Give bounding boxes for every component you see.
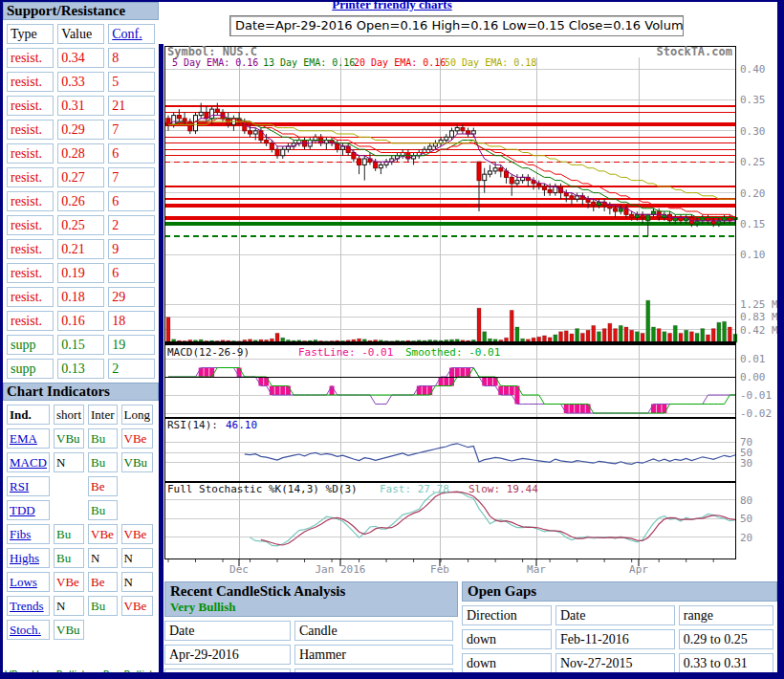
svg-text:46.10: 46.10 xyxy=(226,419,257,431)
sr-conf: 6 xyxy=(108,143,155,164)
frame-bottom xyxy=(0,672,784,679)
sr-value: 0.28 xyxy=(57,143,104,164)
frame-left xyxy=(0,0,3,679)
sr-conf: 21 xyxy=(108,96,155,116)
indicator-inter-value: Be xyxy=(88,572,118,592)
indicator-name: Lows xyxy=(7,572,50,592)
sr-value: 0.21 xyxy=(57,239,104,259)
svg-text:Feb: Feb xyxy=(430,563,449,576)
indicator-short-value: N xyxy=(54,452,84,472)
stock-chart-svg: DecJan 2016FebMarAprSymbol: NUS.CStockTA… xyxy=(164,46,784,578)
indicator-name: EMA xyxy=(7,428,50,449)
sr-conf: 5 xyxy=(108,72,155,92)
svg-text:-0.02: -0.02 xyxy=(740,407,772,420)
chart-indicators-title: Chart Indicators xyxy=(3,383,159,401)
svg-text:Slow: 19.44: Slow: 19.44 xyxy=(468,483,538,495)
sr-col-value: Value xyxy=(57,24,104,44)
open-gaps-table: DirectionDaterangedownFeb-11-20160.29 to… xyxy=(458,602,777,677)
sr-type: resist. xyxy=(7,48,54,68)
svg-text:Full Stochastic %K(14,3) %D(3): Full Stochastic %K(14,3) %D(3) xyxy=(167,483,358,495)
stockta-page: Support/Resistance TypeValueConf.resist.… xyxy=(0,0,784,679)
svg-text:0.01: 0.01 xyxy=(740,353,766,365)
indicator-inter-value: Bu xyxy=(88,500,118,520)
indicator-inter-value: N xyxy=(88,548,118,568)
indicator-name: Stoch. xyxy=(7,620,50,640)
sr-conf: 2 xyxy=(108,215,155,235)
gaps-table-cell: 0.29 to 0.25 xyxy=(679,629,773,649)
svg-text:0.25: 0.25 xyxy=(740,156,766,168)
sr-conf: 18 xyxy=(108,311,155,331)
sr-value: 0.31 xyxy=(57,96,104,116)
indicator-short-value xyxy=(54,476,84,496)
svg-text:5 Day EMA: 0.16: 5 Day EMA: 0.16 xyxy=(172,57,258,68)
indicator-row: EMAVBuBuVBe xyxy=(7,428,153,449)
frame-right xyxy=(777,0,784,679)
indicator-long-value: VBe xyxy=(121,524,153,544)
indicator-link-macd[interactable]: MACD xyxy=(10,455,47,470)
sr-conf: 2 xyxy=(108,359,155,379)
indicator-row: TrendsNBuVBe xyxy=(7,596,153,616)
ind-col-long: Long xyxy=(121,405,153,425)
indicator-long-value xyxy=(121,620,153,640)
sr-type: resist. xyxy=(7,191,54,211)
cs-table-cell: Hammer xyxy=(294,645,453,665)
svg-text:1.25 M: 1.25 M xyxy=(740,298,778,311)
open-gaps-header: Open Gaps xyxy=(462,581,777,602)
indicator-inter-value: Bu xyxy=(88,452,118,472)
indicator-name: Fibs xyxy=(7,524,50,544)
sr-row: resist.0.252 xyxy=(7,215,155,235)
indicator-inter-value: Bu xyxy=(88,596,118,616)
sr-conf: 6 xyxy=(108,263,155,283)
sr-conf: 6 xyxy=(108,191,155,211)
sr-row: supp0.132 xyxy=(7,359,155,379)
indicator-long-value: VBe xyxy=(121,428,153,449)
sr-conf: 7 xyxy=(108,167,155,187)
svg-text:-0.01: -0.01 xyxy=(740,389,772,402)
sr-conf: 7 xyxy=(108,120,155,140)
conf-link[interactable]: Conf. xyxy=(112,27,142,41)
indicator-link-ema[interactable]: EMA xyxy=(10,431,37,446)
sr-row: resist.0.266 xyxy=(7,191,155,211)
sr-col-type: Type xyxy=(7,24,54,44)
svg-text:0.20: 0.20 xyxy=(740,187,766,200)
indicator-name: RSI xyxy=(7,476,50,496)
indicator-short-value: VBu xyxy=(54,620,84,640)
gaps-table-col: Direction xyxy=(462,605,552,625)
sr-value: 0.26 xyxy=(57,191,104,211)
sr-type: resist. xyxy=(7,239,54,259)
svg-text:Mar: Mar xyxy=(527,563,546,576)
indicator-link-lows[interactable]: Lows xyxy=(10,575,37,589)
indicator-row: FibsBuVBeVBe xyxy=(7,524,153,544)
gaps-table-col: Date xyxy=(555,605,675,625)
svg-text:0.35: 0.35 xyxy=(740,94,766,106)
svg-text:50: 50 xyxy=(740,513,752,525)
indicator-link-stoch[interactable]: Stoch. xyxy=(10,623,41,637)
gaps-table-cell: down xyxy=(462,653,552,673)
svg-text:0.40: 0.40 xyxy=(740,63,766,76)
indicator-inter-value xyxy=(88,620,118,640)
indicator-name: Highs xyxy=(7,548,50,568)
indicator-row: HighsBuNN xyxy=(7,548,153,568)
candlestick-analysis-title: Recent CandleStick Analysis xyxy=(170,583,452,600)
indicator-name: TDD xyxy=(7,500,50,520)
ohlc-summary-input[interactable]: Date=Apr-29-2016 Open=0.16 High=0.16 Low… xyxy=(229,15,684,36)
indicator-link-highs[interactable]: Highs xyxy=(10,551,39,565)
table-row: downNov-27-20150.33 to 0.31 xyxy=(462,653,773,673)
svg-text:Dec: Dec xyxy=(229,563,249,576)
svg-text:20 Day EMA: 0.16: 20 Day EMA: 0.16 xyxy=(354,57,446,68)
indicator-long-value xyxy=(121,476,153,496)
indicator-link-rsi[interactable]: RSI xyxy=(10,479,29,493)
indicator-short-value: Bu xyxy=(54,524,84,544)
indicator-link-trends[interactable]: Trends xyxy=(10,599,44,613)
indicator-link-fibs[interactable]: Fibs xyxy=(10,527,31,541)
gaps-table-cell: Nov-27-2015 xyxy=(555,653,675,673)
svg-text:80: 80 xyxy=(740,494,752,507)
gaps-table-cell: down xyxy=(462,629,552,649)
sr-type: resist. xyxy=(7,143,54,164)
sr-type: resist. xyxy=(7,311,54,331)
indicator-short-value: N xyxy=(54,596,84,616)
open-gaps-title: Open Gaps xyxy=(468,583,772,600)
svg-text:0.00: 0.00 xyxy=(740,371,766,383)
indicator-link-tdd[interactable]: TDD xyxy=(10,503,35,517)
sr-row: supp0.1519 xyxy=(7,335,155,355)
